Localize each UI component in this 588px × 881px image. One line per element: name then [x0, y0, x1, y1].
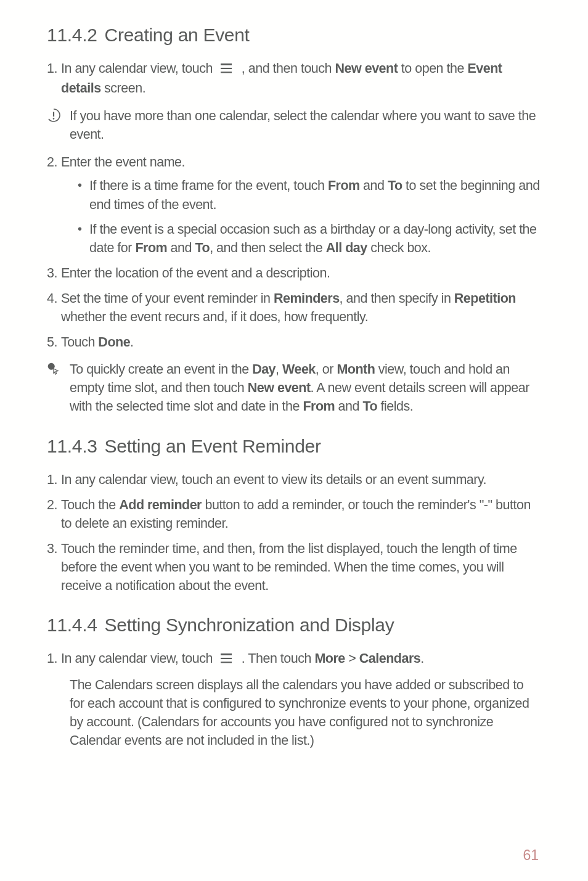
steps-setting-reminder: 1. In any calendar view, touch an event … — [47, 470, 541, 596]
step-3: 3. Touch the reminder time, and then, fr… — [47, 539, 541, 595]
heading-sync-display: 11.4.4Setting Synchronization and Displa… — [47, 612, 541, 638]
steps-creating-event: 1. In any calendar view, touch , and the… — [47, 59, 541, 97]
step-1: 1. In any calendar view, touch . Then to… — [47, 649, 541, 669]
step-1: 1. In any calendar view, touch an event … — [47, 470, 541, 489]
step-1: 1. In any calendar view, touch , and the… — [47, 59, 541, 97]
important-note: If you have more than one calendar, sele… — [47, 107, 541, 144]
heading-setting-reminder: 11.4.3Setting an Event Reminder — [47, 433, 541, 459]
tip-cursor-icon — [46, 361, 61, 376]
bullet-all-day: If the event is a special occasion such … — [61, 220, 541, 257]
sub-bullets: If there is a time frame for the event, … — [61, 176, 541, 256]
page-number: 61 — [523, 845, 539, 865]
steps-sync-display: 1. In any calendar view, touch . Then to… — [47, 649, 541, 669]
step-2: 2. Touch the Add reminder button to add … — [47, 496, 541, 533]
heading-creating-event: 11.4.2Creating an Event — [47, 22, 541, 48]
tip-note: To quickly create an event in the Day, W… — [47, 360, 541, 416]
menu-icon — [219, 60, 234, 79]
svg-point-5 — [53, 118, 55, 120]
calendars-description: The Calendars screen displays all the ca… — [47, 676, 541, 750]
step-2: 2. Enter the event name. If there is a t… — [47, 153, 541, 256]
note-text: If you have more than one calendar, sele… — [70, 109, 536, 142]
step-3: 3. Enter the location of the event and a… — [47, 264, 541, 282]
step-4: 4. Set the time of your event reminder i… — [47, 289, 541, 326]
step-5: 5. Touch Done. — [47, 333, 541, 351]
steps-creating-event-cont: 2. Enter the event name. If there is a t… — [47, 153, 541, 351]
info-exclaim-icon — [46, 108, 61, 123]
bullet-time-frame: If there is a time frame for the event, … — [61, 176, 541, 213]
menu-icon — [219, 650, 234, 669]
